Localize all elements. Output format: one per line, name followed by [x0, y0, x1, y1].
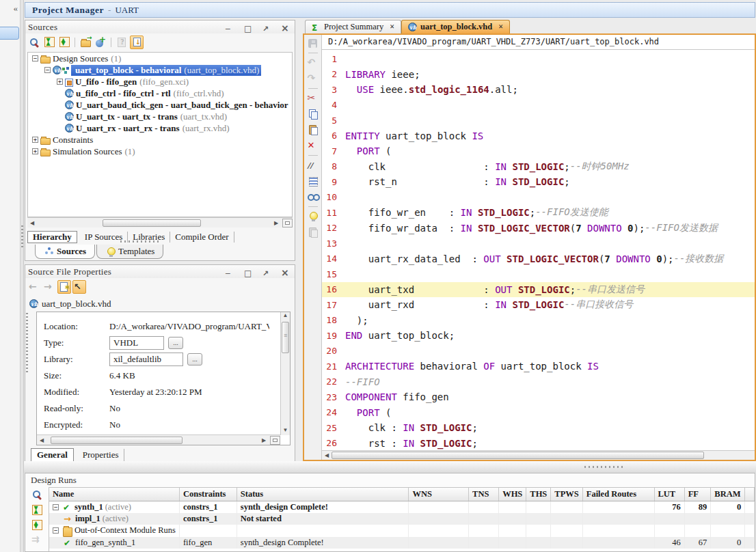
panel-tab-templates[interactable]: Templates [96, 245, 163, 259]
minimize-button[interactable] [223, 20, 237, 34]
find-button[interactable] [306, 190, 320, 204]
maximize-button[interactable] [241, 265, 255, 279]
tree-item[interactable]: U_uart_rx - uart_rx - trans(uart_rx.vhd) [28, 122, 292, 134]
step-button[interactable] [30, 548, 44, 552]
scrollbar-thumb[interactable] [51, 437, 183, 444]
design-run-row[interactable]: −Out-of-Context Module Runs [49, 525, 755, 537]
browse-button[interactable]: ... [187, 353, 202, 365]
add-sources-button[interactable] [94, 36, 107, 49]
column-header-name[interactable]: Name [49, 488, 179, 501]
horizontal-splitter[interactable] [24, 461, 756, 473]
scroll-left-icon[interactable]: ◀ [27, 220, 37, 226]
close-button[interactable] [278, 265, 292, 279]
column-header-bram[interactable]: BRAM [711, 488, 745, 501]
paste-button[interactable] [306, 123, 320, 137]
maximize-button[interactable] [241, 20, 255, 34]
help-button[interactable] [115, 36, 129, 49]
design-run-row[interactable]: −synth_1(active)constrs_1synth_design Co… [49, 501, 755, 513]
tree-item[interactable]: −Design Sources(1) [28, 53, 292, 64]
tree-item[interactable]: U_uart_baud_tick_gen - uart_baud_tick_ge… [28, 99, 292, 111]
redo-button[interactable] [306, 72, 320, 85]
clip-button[interactable] [306, 225, 320, 239]
column-header-spacer[interactable] [745, 488, 755, 501]
column-header-constraints[interactable]: Constraints [179, 488, 237, 501]
copy-button[interactable] [306, 107, 320, 121]
scroll-down-icon[interactable]: ▼ [281, 427, 290, 435]
splitter-drag-handle[interactable] [584, 466, 623, 468]
expand-all-button[interactable] [30, 518, 44, 532]
bulb-button[interactable] [306, 210, 320, 223]
expand-node-icon[interactable]: + [32, 137, 38, 143]
expand-all-button[interactable] [57, 36, 71, 49]
float-corner-button[interactable] [270, 436, 280, 445]
undo-button[interactable] [306, 56, 320, 70]
tree-item[interactable]: u_fifo_ctrl - fifo_ctrl - rtl(fifo_ctrl.… [28, 87, 292, 99]
edit-button[interactable] [57, 280, 71, 294]
tree-item[interactable]: +U_fifo - fifo_gen(fifo_gen.xci) [28, 76, 292, 87]
sources-horizontal-scrollbar[interactable]: ◀ ▶ [27, 217, 293, 227]
minimize-button[interactable] [223, 265, 237, 279]
column-header-lut[interactable]: LUT [654, 488, 684, 501]
expand-node-icon[interactable]: + [32, 148, 38, 154]
rail-drag-handle[interactable] [21, 225, 23, 249]
editor-horizontal-scrollbar[interactable]: ◀ [322, 450, 755, 460]
tree-item[interactable]: U_uart_tx - uart_tx - trans(uart_tx.vhd) [28, 111, 292, 122]
property-input[interactable]: xil_defaultlib [109, 353, 183, 366]
float-button[interactable] [260, 20, 273, 34]
collapse-node-icon[interactable]: − [53, 504, 59, 510]
collapse-rail-button[interactable]: « [14, 3, 18, 14]
scrollbar-thumb[interactable] [332, 452, 704, 459]
panel-drag-handle[interactable] [120, 240, 161, 243]
expand-node-icon[interactable]: + [57, 79, 63, 85]
editor-tab-project-summary[interactable]: Project Summary× [305, 20, 401, 33]
close-button[interactable] [278, 20, 292, 34]
scroll-up-icon[interactable]: ▲ [281, 312, 290, 320]
design-run-row[interactable]: impl_1(active)constrs_1Not started [49, 513, 755, 525]
properties-horizontal-scrollbar[interactable]: ◀ ▶ [37, 434, 280, 445]
properties-drag-grip[interactable] [26, 313, 28, 374]
rail-selected-item[interactable] [0, 27, 19, 40]
code-area[interactable]: 12LIBRARY ieee;3 USE ieee.std_logic_1164… [322, 50, 755, 450]
float-corner-button[interactable] [282, 219, 293, 227]
search-button[interactable] [27, 36, 41, 49]
block-button[interactable] [306, 174, 320, 188]
design-run-row[interactable]: fifo_gen_synth_1fifo_gensynth_design Com… [49, 537, 755, 549]
column-header-tpws[interactable]: TPWS [551, 488, 582, 501]
save-button[interactable] [306, 36, 320, 50]
float-button[interactable] [260, 265, 273, 279]
close-tab-icon[interactable]: × [498, 22, 503, 32]
column-header-failed-routes[interactable]: Failed Routes [582, 488, 654, 501]
cut-button[interactable] [306, 92, 320, 105]
collapse-all-button[interactable] [30, 503, 44, 516]
column-header-whs[interactable]: WHS [499, 488, 526, 501]
forward-button[interactable] [42, 280, 56, 294]
collapse-node-icon[interactable]: − [53, 527, 59, 534]
close-tab-icon[interactable]: × [390, 22, 394, 32]
delete-button[interactable] [306, 139, 320, 152]
column-header-ff[interactable]: FF [684, 488, 711, 501]
tree-item[interactable]: +Constraints [28, 134, 292, 146]
tree-item[interactable]: +Simulation Sources(1) [28, 146, 292, 157]
open-folder-button[interactable] [79, 36, 92, 49]
tree-item[interactable]: −uart_top_block - behavioral(uart_top_bl… [28, 64, 292, 76]
browse-button[interactable]: ... [168, 337, 183, 349]
panel-tab-sources[interactable]: Sources [35, 245, 95, 259]
column-header-wns[interactable]: WNS [409, 488, 469, 501]
column-header-status[interactable]: Status [237, 488, 409, 501]
select-button[interactable] [72, 280, 86, 294]
tab-properties[interactable]: Properties [77, 449, 125, 461]
scrollbar-thumb[interactable] [103, 219, 201, 227]
editor-tab-uart_top_block-vhd[interactable]: uart_top_block.vhd× [401, 20, 510, 33]
scroll-to-button[interactable] [130, 36, 144, 49]
scroll-right-icon[interactable]: ▶ [271, 220, 281, 226]
run-button[interactable] [30, 533, 44, 547]
property-input[interactable]: VHDL [109, 336, 164, 350]
back-button[interactable] [27, 280, 41, 294]
collapse-all-button[interactable] [42, 36, 56, 49]
tab-general[interactable]: General [31, 448, 74, 462]
tab-hierarchy[interactable]: Hierarchy [27, 231, 77, 243]
column-header-tns[interactable]: TNS [469, 488, 499, 501]
scrollbar-thumb[interactable] [282, 322, 289, 353]
collapse-node-icon[interactable]: − [32, 55, 38, 61]
column-header-ths[interactable]: THS [526, 488, 551, 501]
